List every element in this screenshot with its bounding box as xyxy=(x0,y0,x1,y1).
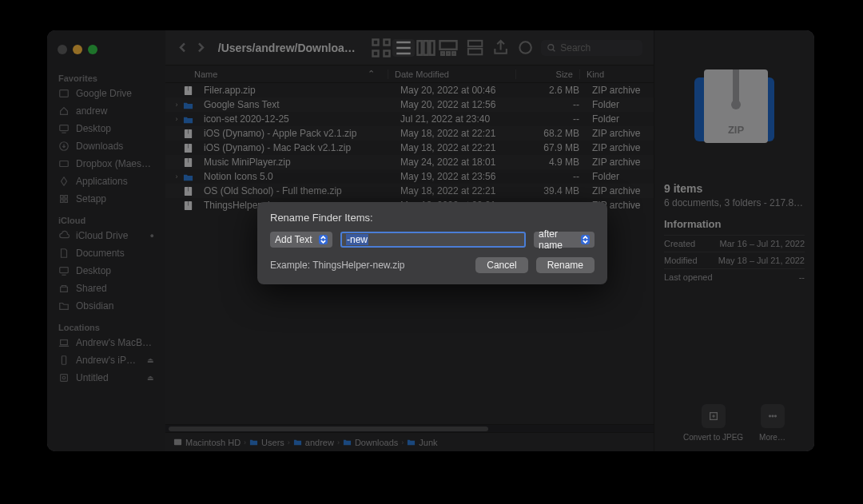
table-row[interactable]: › Notion Icons 5.0 May 19, 2022 at 23:56… xyxy=(165,169,654,184)
folder-icon xyxy=(58,300,70,312)
drive-icon xyxy=(58,88,70,99)
svg-point-56 xyxy=(774,415,776,417)
sidebar-item[interactable]: Obsidian xyxy=(47,297,165,315)
svg-rect-4 xyxy=(60,161,69,167)
sidebar-item[interactable]: Shared xyxy=(47,280,165,297)
rename-button[interactable]: Rename xyxy=(536,257,595,273)
disclosure-icon[interactable]: › xyxy=(172,101,181,109)
svg-rect-30 xyxy=(468,41,482,46)
pathbar-item[interactable]: andrew xyxy=(293,438,334,447)
sidebar-item[interactable]: Andrew's iP…⏏ xyxy=(47,351,165,369)
group-button[interactable] xyxy=(466,39,484,57)
folder-icon xyxy=(181,114,194,125)
file-kind: ZIP archive xyxy=(586,142,654,153)
column-size[interactable]: Size xyxy=(515,69,579,79)
table-row[interactable]: › icon-set 2020-12-25 Jul 21, 2022 at 23… xyxy=(165,112,654,126)
home-icon xyxy=(58,105,70,117)
horizontal-scrollbar[interactable] xyxy=(165,424,654,432)
file-size: 68.2 MB xyxy=(522,128,586,139)
file-name: icon-set 2020-12-25 xyxy=(197,113,394,125)
sidebar-item[interactable]: Untitled⏏ xyxy=(47,369,165,387)
sidebar-item[interactable]: Applications xyxy=(47,173,165,190)
view-columns-button[interactable] xyxy=(415,39,437,57)
info-value: May 18 – Jul 21, 2022 xyxy=(718,256,805,265)
rename-text-field[interactable]: -new xyxy=(340,232,526,248)
svg-rect-5 xyxy=(61,196,64,199)
svg-rect-24 xyxy=(424,41,428,55)
cancel-button[interactable]: Cancel xyxy=(475,257,527,273)
svg-rect-13 xyxy=(62,356,66,365)
rename-mode-value: Add Text xyxy=(275,234,312,245)
rename-position-value: after name xyxy=(539,228,576,251)
column-headers: Name⌃ Date Modified Size Kind xyxy=(165,65,654,83)
zip-icon xyxy=(181,129,194,139)
zip-preview-icon: ZIP xyxy=(678,63,790,159)
table-row[interactable]: › Google Sans Text May 20, 2022 at 12:56… xyxy=(165,97,654,112)
sidebar-item[interactable]: Dropbox (Maes… xyxy=(47,155,165,173)
quick-action[interactable]: Convert to JPEG xyxy=(683,404,743,442)
maximize-window-button[interactable] xyxy=(88,45,97,54)
file-size: -- xyxy=(522,171,586,182)
sidebar-item[interactable]: iCloud Drive● xyxy=(47,227,165,244)
disclosure-icon[interactable]: › xyxy=(172,115,181,123)
pathbar-item[interactable]: Users xyxy=(249,438,284,447)
share-button[interactable] xyxy=(491,39,510,57)
selection-subtitle: 6 documents, 3 folders - 217.8… xyxy=(664,197,805,208)
info-row: CreatedMar 16 – Jul 21, 2022 xyxy=(664,235,805,252)
info-row: Last opened-- xyxy=(664,268,805,285)
back-button[interactable] xyxy=(177,41,189,55)
svg-point-55 xyxy=(772,415,774,417)
sidebar-item[interactable]: Documents xyxy=(47,244,165,262)
search-field[interactable] xyxy=(541,40,642,56)
svg-rect-38 xyxy=(188,129,189,133)
table-row[interactable]: iOS (Dynamo) - Apple Pack v2.1.zip May 1… xyxy=(165,126,654,141)
disclosure-icon[interactable]: › xyxy=(172,173,181,181)
sidebar-heading: Locations xyxy=(47,319,165,334)
column-kind[interactable]: Kind xyxy=(579,69,654,79)
sidebar-item[interactable]: Desktop xyxy=(47,262,165,280)
sidebar-item[interactable]: Setapp xyxy=(47,190,165,208)
svg-point-51 xyxy=(731,100,741,109)
sidebar-item[interactable]: Andrew's MacB… xyxy=(47,334,165,351)
close-window-button[interactable] xyxy=(58,45,67,54)
file-date: May 18, 2022 at 22:21 xyxy=(394,185,522,196)
file-name: iOS (Dynamo) - Apple Pack v2.1.zip xyxy=(197,128,394,139)
sidebar-item[interactable]: andrew xyxy=(47,102,165,120)
svg-rect-26 xyxy=(440,41,457,50)
pathbar-item[interactable]: Junk xyxy=(407,438,437,447)
view-list-button[interactable] xyxy=(392,39,415,57)
svg-rect-9 xyxy=(60,268,69,273)
file-date: May 20, 2022 at 12:56 xyxy=(394,99,522,110)
sidebar-heading: Favorites xyxy=(47,70,165,85)
minimize-window-button[interactable] xyxy=(73,45,82,54)
pathbar-item[interactable]: Macintosh HD xyxy=(173,438,241,447)
info-value: Mar 16 – Jul 21, 2022 xyxy=(720,239,805,248)
view-icons-button[interactable] xyxy=(370,39,392,57)
forward-button[interactable] xyxy=(195,41,207,55)
window-traffic-lights xyxy=(47,37,165,65)
scrollbar-thumb[interactable] xyxy=(169,427,488,431)
table-row[interactable]: iOS (Dynamo) - Mac Pack v2.1.zip May 18,… xyxy=(165,141,654,155)
file-kind: Folder xyxy=(586,171,654,182)
rename-position-dropdown[interactable]: after name xyxy=(534,232,595,248)
column-name[interactable]: Name⌃ xyxy=(188,69,388,79)
search-input[interactable] xyxy=(560,42,636,54)
table-row[interactable]: OS (Old School) - Full theme.zip May 18,… xyxy=(165,184,654,198)
svg-rect-0 xyxy=(60,90,69,97)
table-row[interactable]: Music MiniPlayer.zip May 24, 2022 at 18:… xyxy=(165,155,654,169)
file-size: 4.9 MB xyxy=(522,157,586,168)
quick-action[interactable]: More… xyxy=(759,404,785,442)
table-row[interactable]: Filer.app.zip May 20, 2022 at 00:46 2.6 … xyxy=(165,83,654,97)
sidebar-item[interactable]: Desktop xyxy=(47,120,165,137)
info-key: Modified xyxy=(664,256,698,265)
view-gallery-button[interactable] xyxy=(437,39,459,57)
sidebar-item[interactable]: Google Drive xyxy=(47,85,165,102)
tags-button[interactable] xyxy=(516,39,535,57)
svg-rect-11 xyxy=(61,340,68,345)
rename-mode-dropdown[interactable]: Add Text xyxy=(270,232,332,248)
pathbar-item[interactable]: Downloads xyxy=(343,438,398,447)
file-name: iOS (Dynamo) - Mac Pack v2.1.zip xyxy=(197,142,394,153)
column-date[interactable]: Date Modified xyxy=(388,69,515,79)
sidebar-item[interactable]: Downloads xyxy=(47,137,165,155)
info-row: ModifiedMay 18 – Jul 21, 2022 xyxy=(664,252,805,268)
